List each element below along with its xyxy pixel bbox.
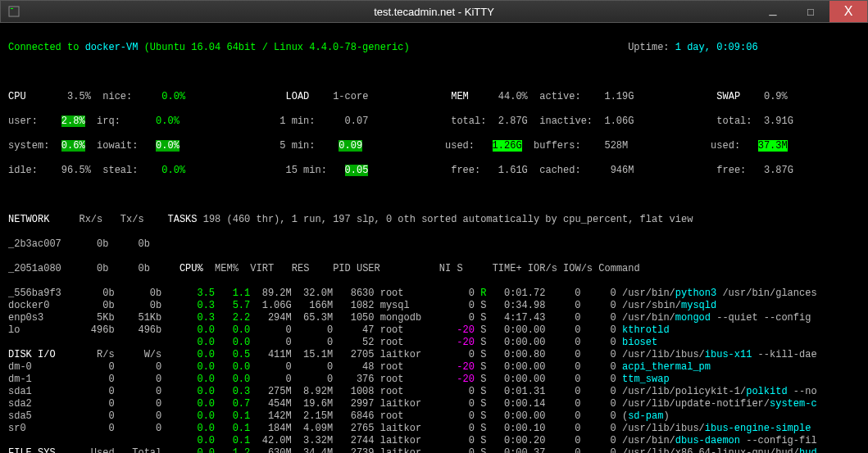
minimize-button[interactable]: _ [754, 1, 792, 22]
load-title: LOAD [286, 91, 310, 102]
terminal-content[interactable]: Connected to docker-VM (Ubuntu 16.04 64b… [0, 23, 868, 453]
tasks-title: TASKS [167, 214, 197, 225]
process-row: dm-1 0 0 0.0 0.0 0 0 376 root -20 S 0:00… [8, 374, 860, 386]
process-row: sda1 0 0 0.0 0.3 275M 8.92M 1008 root 0 … [8, 386, 860, 398]
maximize-button[interactable]: □ [792, 1, 829, 22]
process-row: enp0s3 5Kb 51Kb 0.3 2.2 294M 65.3M 1050 … [8, 312, 860, 324]
process-row: docker0 0b 0b 0.3 5.7 1.06G 166M 1082 my… [8, 300, 860, 312]
process-row: 0.0 0.1 42.0M 3.32M 2744 laitkor 0 S 0:0… [8, 435, 860, 447]
cpu-title: CPU [8, 91, 26, 102]
uptime-label: Uptime: [628, 42, 675, 53]
process-row: FILE SYS Used Total 0.0 1.2 630M 34.4M 2… [8, 447, 860, 453]
app-icon [7, 5, 20, 18]
svg-rect-1 [11, 8, 13, 9]
titlebar[interactable]: test.tecadmin.net - KiTTY _ □ X [0, 0, 868, 23]
process-row: 0.0 0.0 0 0 52 root -20 S 0:00.00 0 0 bi… [8, 337, 860, 349]
process-row: lo 496b 496b 0.0 0.0 0 0 47 root -20 S 0… [8, 324, 860, 337]
iface-row: _2051a080 0b 0b CPU% MEM% VIRT RES PID U… [8, 263, 860, 275]
process-row: _556ba9f3 0b 0b 3.5 1.1 89.2M 32.0M 8630… [8, 288, 860, 300]
mem-title: MEM [451, 91, 469, 102]
svg-rect-0 [9, 7, 19, 16]
close-button[interactable]: X [829, 1, 867, 22]
network-title: NETWORK [8, 214, 49, 225]
os-info: (Ubuntu 16.04 64bit / Linux 4.4.0-78-gen… [138, 42, 409, 53]
iface-row: _2b3ac007 0b 0b [8, 238, 860, 251]
uptime-value: 1 day, 0:09:06 [675, 42, 758, 53]
process-row: sda2 0 0 0.0 0.7 454M 19.6M 2997 laitkor… [8, 398, 860, 410]
window-title: test.tecadmin.net - KiTTY [374, 6, 494, 18]
tasks-summary: 198 (460 thr), 1 run, 197 slp, 0 oth sor… [198, 214, 693, 225]
process-row: dm-0 0 0 0.0 0.0 0 0 48 root -20 S 0:00.… [8, 361, 860, 374]
swap-title: SWAP [716, 91, 740, 102]
process-row: DISK I/O R/s W/s 0.0 0.5 411M 15.1M 2705… [8, 349, 860, 361]
process-row: sr0 0 0 0.0 0.1 184M 4.09M 2765 laitkor … [8, 423, 860, 435]
process-row: sda5 0 0 0.0 0.1 142M 2.15M 6846 root 0 … [8, 410, 860, 423]
connected-label: Connected to [8, 42, 85, 53]
hostname: docker-VM [85, 42, 139, 53]
